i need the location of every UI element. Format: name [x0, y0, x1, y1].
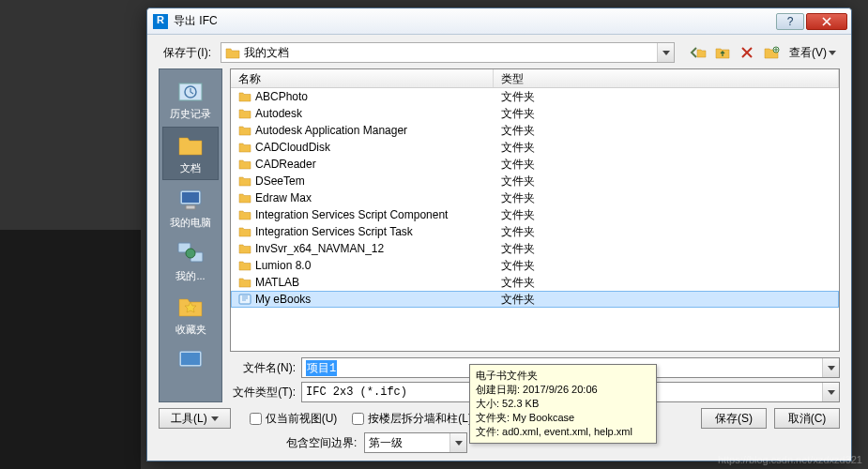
- svg-rect-5: [186, 205, 195, 209]
- place-network[interactable]: 我的...: [162, 235, 219, 287]
- split-walls-checkbox[interactable]: 按楼层拆分墙和柱(L): [352, 411, 472, 427]
- file-name: Edraw Max: [255, 191, 312, 204]
- file-type: 文件夹: [494, 241, 839, 257]
- file-name: CADReader: [255, 158, 316, 171]
- file-row[interactable]: DSeeTem文件夹: [231, 173, 839, 189]
- svg-rect-4: [182, 192, 199, 203]
- file-name: CADCloudDisk: [255, 141, 330, 154]
- file-type: 文件夹: [494, 258, 839, 274]
- column-type[interactable]: 类型: [494, 69, 839, 87]
- spatial-label: 包含空间边界:: [286, 435, 357, 451]
- delete-icon[interactable]: [737, 43, 757, 62]
- svg-rect-10: [181, 353, 200, 365]
- file-row[interactable]: Edraw Max文件夹: [231, 189, 839, 206]
- file-name: MATLAB: [255, 276, 299, 289]
- file-type: 文件夹: [494, 174, 839, 189]
- documents-icon: [174, 131, 207, 159]
- file-name: My eBooks: [255, 293, 311, 306]
- file-type: 文件夹: [494, 123, 839, 139]
- place-desktop[interactable]: [162, 342, 219, 378]
- folder-tooltip: 电子书文件夹 创建日期: 2017/9/26 20:06 大小: 52.3 KB…: [469, 364, 657, 444]
- desktop-icon: [174, 346, 207, 374]
- file-row[interactable]: Integration Services Script Component文件夹: [231, 206, 839, 223]
- window-title: 导出 IFC: [174, 13, 774, 29]
- history-icon: [174, 77, 207, 105]
- place-history[interactable]: 历史记录: [162, 73, 219, 125]
- save-button[interactable]: 保存(S): [701, 408, 767, 429]
- favorites-icon: [174, 293, 207, 321]
- file-row[interactable]: Lumion 8.0文件夹: [231, 257, 839, 274]
- chevron-down-icon: [829, 51, 836, 55]
- tools-button[interactable]: 工具(L): [159, 408, 231, 429]
- file-name: DSeeTem: [255, 174, 305, 188]
- network-icon: [174, 239, 207, 267]
- place-documents[interactable]: 文档: [162, 127, 219, 180]
- filename-label: 文件名(N):: [230, 360, 296, 376]
- file-name: Integration Services Script Task: [255, 225, 413, 238]
- file-type: 文件夹: [494, 157, 839, 173]
- savein-dropdown[interactable]: 我的文档: [221, 42, 675, 63]
- computer-icon: [174, 186, 207, 214]
- file-name: Autodesk: [255, 107, 302, 120]
- filename-dropdown-arrow[interactable]: [822, 358, 839, 377]
- back-icon[interactable]: [688, 43, 708, 62]
- savein-label: 保存于(I):: [159, 45, 215, 61]
- help-button[interactable]: ?: [776, 13, 804, 30]
- svg-point-8: [186, 249, 195, 258]
- svg-rect-11: [239, 295, 251, 304]
- current-view-checkbox[interactable]: 仅当前视图(U): [250, 411, 338, 427]
- close-button[interactable]: [806, 13, 847, 30]
- list-body[interactable]: ABCPhoto文件夹Autodesk文件夹Autodesk Applicati…: [231, 88, 839, 351]
- file-name: Lumion 8.0: [255, 259, 311, 272]
- file-type: 文件夹: [494, 224, 839, 240]
- spatial-dropdown-arrow[interactable]: [449, 433, 466, 452]
- places-bar: 历史记录 文档 我的电脑: [159, 68, 222, 402]
- savein-value: 我的文档: [244, 45, 289, 61]
- list-header: 名称 类型: [231, 69, 839, 88]
- file-name: ABCPhoto: [255, 90, 308, 103]
- file-row[interactable]: ABCPhoto文件夹: [231, 88, 839, 105]
- file-row[interactable]: InvSvr_x64_NAVMAN_12文件夹: [231, 240, 839, 257]
- spatial-boundary-select[interactable]: 第一级: [364, 432, 467, 453]
- file-type: 文件夹: [494, 106, 839, 122]
- file-type: 文件夹: [494, 89, 839, 105]
- file-row[interactable]: Autodesk Application Manager文件夹: [231, 122, 839, 139]
- app-icon: [153, 14, 168, 29]
- file-name: InvSvr_x64_NAVMAN_12: [255, 242, 384, 255]
- column-name[interactable]: 名称: [231, 69, 494, 87]
- filetype-dropdown-arrow[interactable]: [822, 383, 839, 401]
- file-name: Autodesk Application Manager: [255, 124, 407, 137]
- place-favorites[interactable]: 收藏夹: [162, 289, 219, 340]
- place-computer[interactable]: 我的电脑: [162, 182, 219, 234]
- file-row[interactable]: Autodesk文件夹: [231, 105, 839, 122]
- titlebar[interactable]: 导出 IFC ?: [147, 8, 851, 35]
- file-type: 文件夹: [494, 292, 839, 308]
- new-folder-icon[interactable]: [761, 43, 782, 62]
- file-row[interactable]: CADReader文件夹: [231, 156, 839, 173]
- watermark: https://blog.csdn.net/xzdxzd321: [718, 454, 862, 465]
- file-row[interactable]: CADCloudDisk文件夹: [231, 139, 839, 156]
- cancel-button[interactable]: 取消(C): [774, 408, 840, 429]
- file-list: 名称 类型 ABCPhoto文件夹Autodesk文件夹Autodesk App…: [230, 68, 840, 352]
- file-type: 文件夹: [494, 140, 839, 156]
- savein-dropdown-arrow[interactable]: [657, 43, 674, 62]
- file-type: 文件夹: [494, 275, 839, 291]
- file-name: Integration Services Script Component: [255, 208, 448, 221]
- file-row[interactable]: Integration Services Script Task文件夹: [231, 223, 839, 240]
- filetype-label: 文件类型(T):: [230, 385, 296, 401]
- file-type: 文件夹: [494, 207, 839, 223]
- chevron-down-icon: [211, 416, 219, 421]
- views-button[interactable]: 查看(V): [785, 43, 840, 62]
- file-type: 文件夹: [494, 190, 839, 206]
- background-3d-object: [0, 230, 141, 469]
- up-folder-icon[interactable]: [712, 43, 733, 62]
- file-row[interactable]: My eBooks文件夹: [231, 291, 839, 308]
- file-row[interactable]: MATLAB文件夹: [231, 274, 839, 291]
